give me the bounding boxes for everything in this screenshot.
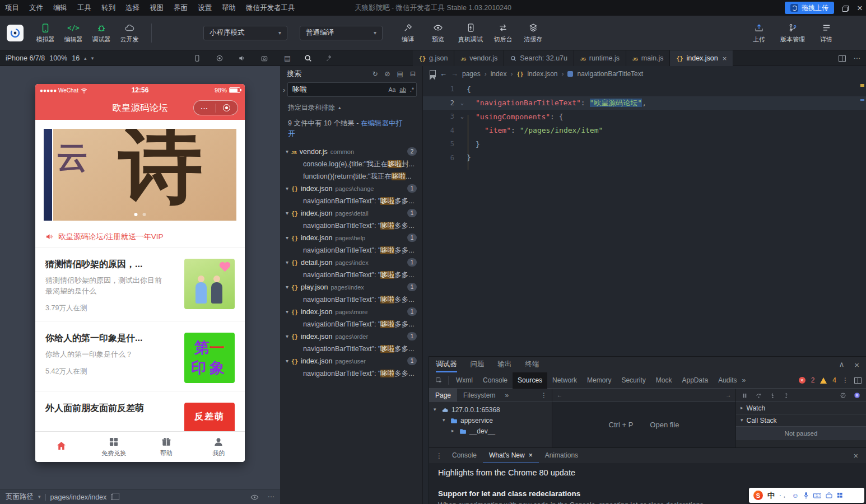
path-label[interactable]: 页面路径 [6,492,34,502]
clear-results-icon[interactable] [385,71,390,77]
tab-sources[interactable]: Sources [513,372,547,389]
bookmark-icon[interactable] [430,70,436,77]
menu-item[interactable]: 工具 [72,0,96,16]
tab-security[interactable]: Security [616,372,650,389]
breadcrumb-item[interactable]: index [491,70,507,78]
ime-toolbar[interactable]: S 中 ·， ☺ [749,488,864,503]
tab-home[interactable] [35,432,88,462]
open-file-label[interactable]: Open file [650,421,679,429]
search-file-row[interactable]: index.json pages\help 1 [280,232,422,244]
chevron-down-icon[interactable] [286,149,288,155]
search-match[interactable]: navigationBarTitleText": "哆啦多多... [280,269,422,281]
banner-image[interactable]: 云 诗 [53,129,236,221]
drawer-menu-icon[interactable] [432,452,446,459]
chevron-down-icon[interactable] [286,284,288,290]
tab-audits[interactable]: Audits [713,372,742,389]
collapse-all-icon[interactable] [410,71,416,77]
search-file-row[interactable]: index.json pages\order 1 [280,330,422,343]
code-line[interactable]: 2 "navigationBarTitleText": "欧皇源码论坛", [423,96,866,110]
search-file-row[interactable]: index.json pages\user 1 [280,355,422,367]
debugger-button[interactable]: 调试器 [87,22,115,44]
code-line[interactable]: 1 { [423,82,866,96]
tab-drawer-console[interactable]: Console [446,448,483,464]
search-match[interactable]: navigationBarTitleText": "哆啦多多... [280,367,422,380]
remote-debug-button[interactable]: 真机调试 [454,22,487,44]
tab-page[interactable]: Page [429,389,457,402]
tab-problems[interactable]: 问题 [471,357,485,372]
collapse-panel-icon[interactable] [839,361,845,369]
toolbox-icon[interactable] [826,492,832,498]
tab-memory[interactable]: Memory [582,372,616,389]
error-count[interactable]: 2 [811,376,815,384]
chevron-down-icon[interactable] [443,418,448,423]
tab-console[interactable]: Console [478,372,513,389]
menu-item[interactable]: 转到 [96,0,120,16]
file-list-icon[interactable] [284,55,291,62]
tree-item[interactable]: appservice [429,415,552,426]
search-file-row[interactable]: vendor.js common 2 [280,146,422,158]
more-icon[interactable] [268,493,275,501]
search-match[interactable]: navigationBarTitleText": "哆啦多多... [280,244,422,256]
background-switch-button[interactable]: 切后台 [489,22,517,44]
tab-network[interactable]: Network [547,372,582,389]
keyboard-icon[interactable] [813,493,821,498]
screenshot-icon[interactable] [260,54,268,63]
rotate-device-icon[interactable] [193,54,201,63]
code-area[interactable]: 1 { 2 "navigationBarTitleText": "欧皇源码论坛"… [423,81,866,165]
menu-item[interactable]: 设置 [193,0,217,16]
code-line[interactable]: 6 } [423,151,866,165]
search-file-row[interactable]: index.json pages\change 1 [280,183,422,195]
tab-free-exchange[interactable]: 免费兑换 [88,432,141,462]
compile-mode-select[interactable]: 普通编译 [300,26,383,40]
banner-carousel[interactable]: 云 诗 [44,129,236,221]
deactivate-breakpoints-icon[interactable] [840,391,846,399]
close-panel-icon[interactable] [854,361,859,369]
pause-on-exceptions-icon[interactable] [854,391,860,399]
details-button[interactable]: 详情 [812,22,840,44]
nav-forward-icon[interactable] [451,70,458,77]
tree-item[interactable]: 127.0.0.1:65368 [429,404,552,415]
chevron-down-icon[interactable] [286,358,288,364]
sogou-logo-icon[interactable]: S [753,491,763,500]
whole-word-icon[interactable]: ab [399,86,406,93]
tab-mock[interactable]: Mock [651,372,677,389]
chevron-down-icon[interactable] [286,235,288,241]
chevron-down-icon[interactable] [434,407,439,412]
announcement-bar[interactable]: 欧皇源码论坛/注册就送一年VIP [35,226,245,248]
mic-icon[interactable] [803,492,809,499]
watch-section[interactable]: Watch [736,402,866,414]
menu-item[interactable]: 项目 [0,0,24,16]
wand-icon[interactable] [325,54,333,63]
tab-index-json[interactable]: index.json [670,50,733,66]
more-actions-icon[interactable] [854,55,861,62]
step-into-icon[interactable] [770,391,776,399]
copy-path-icon[interactable] [111,494,117,500]
toggle-replace-icon[interactable] [283,86,285,94]
close-window-icon[interactable] [857,3,863,13]
restore-window-icon[interactable] [842,3,849,12]
refresh-search-icon[interactable] [372,71,378,77]
fold-icon[interactable] [458,114,467,119]
device-selector[interactable]: iPhone 6/7/8 100% 16 [6,50,94,66]
code-line[interactable]: 4 "item": "/pages/index/item" [423,124,866,138]
chevron-down-icon[interactable] [286,260,288,265]
mode-select[interactable]: 小程序模式 [203,26,287,40]
breadcrumb-item[interactable]: pages [462,70,481,78]
sidebar-menu-icon[interactable] [541,392,552,399]
dock-side-icon[interactable] [854,377,862,384]
grid-icon[interactable] [837,492,843,498]
chevron-down-icon[interactable] [286,211,288,216]
devtools-menu-icon[interactable] [842,377,849,384]
close-drawer-icon[interactable] [849,452,863,460]
menu-item[interactable]: 微信开发者工具 [241,0,300,16]
sound-icon[interactable] [238,54,246,63]
menu-item[interactable]: 文件 [24,0,48,16]
tab-whats-new[interactable]: What's New [483,448,539,464]
menu-item[interactable]: 选择 [120,0,145,16]
tab-debugger[interactable]: 调试器 [436,357,457,372]
search-view-icon[interactable] [304,54,312,63]
breadcrumb-item[interactable]: index.json [527,70,557,78]
tab-profile[interactable]: 我的 [193,432,245,462]
inspect-element-icon[interactable] [431,377,446,384]
step-over-icon[interactable] [755,391,762,399]
